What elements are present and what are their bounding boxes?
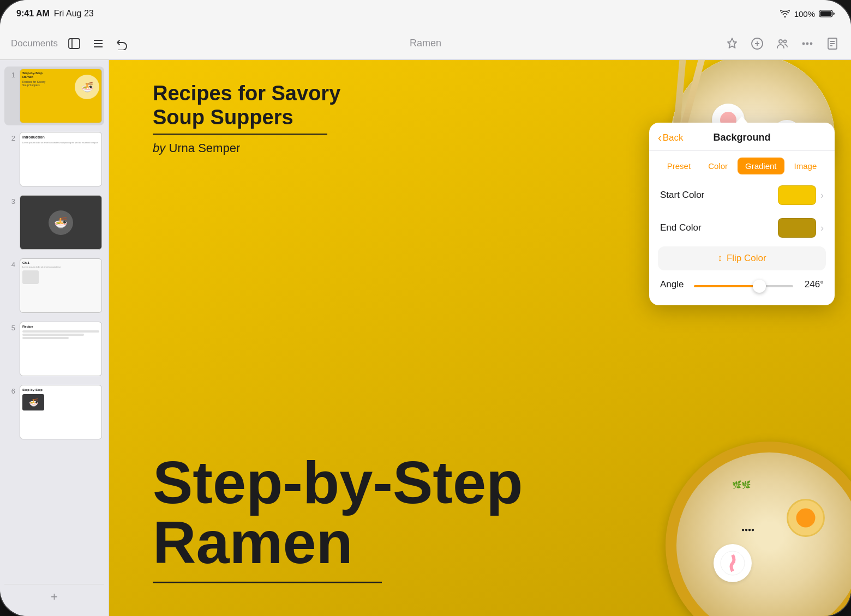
ipad-frame: 9:41 AM Fri Aug 23 100% [0, 0, 851, 616]
toolbar-right [570, 36, 840, 51]
start-color-row: Start Color › [649, 179, 835, 212]
slide-preview-4: Ch.1 Lorem ipsum dolor sit amet consecte… [20, 258, 102, 313]
start-color-swatch-container: › [778, 185, 824, 205]
collaborate-icon[interactable] [775, 36, 790, 51]
slide-number-6: 6 [7, 387, 15, 395]
toolbar-center: Ramen [290, 38, 561, 49]
documents-button[interactable]: Documents [11, 38, 58, 49]
author-by: by [153, 141, 165, 155]
status-icons: 100% [780, 9, 835, 19]
flip-color-button[interactable]: ↕ Flip Color [658, 246, 826, 270]
svg-point-12 [803, 43, 805, 44]
back-label: Back [663, 132, 684, 143]
slide-number-3: 3 [7, 197, 15, 206]
tab-color[interactable]: Color [700, 158, 735, 174]
background-popover: ‹ Back Background Preset Color Gradient … [649, 123, 835, 305]
recipe-title-area: Recipes for Savory Soup Suppers by Urna … [153, 82, 360, 155]
big-title-line2: Ramen [153, 512, 523, 572]
slide-number-1: 1 [7, 71, 15, 79]
status-bar: 9:41 AM Fri Aug 23 100% [0, 0, 851, 27]
slide-thumbnail-6[interactable]: 6 Step-by-Step 🍜 [4, 383, 104, 442]
canvas-bottom-line [153, 582, 382, 583]
title-divider [153, 134, 327, 135]
ipad-screen: 9:41 AM Fri Aug 23 100% [0, 0, 851, 616]
battery-percentage: 100% [794, 9, 815, 19]
main-content: 1 Step-by-StepRamen Recipes for SavorySo… [0, 60, 851, 616]
bottom-right-bowl-container: 🌿🌿 ●●●● [633, 376, 851, 616]
back-chevron-icon: ‹ [658, 131, 662, 144]
list-icon[interactable] [91, 36, 106, 51]
bottom-right-bowl: 🌿🌿 ●●●● [666, 442, 851, 616]
angle-row: Angle 246° [649, 275, 835, 294]
end-color-label: End Color [660, 222, 702, 233]
wifi-icon [780, 10, 790, 17]
angle-label: Angle [660, 279, 687, 290]
back-button[interactable]: ‹ Back [658, 131, 683, 144]
slide-preview-3: 🍜 [20, 195, 102, 250]
end-color-swatch-container: › [778, 218, 824, 238]
narutomaki-bottom [714, 544, 752, 582]
slide-thumbnail-5[interactable]: 5 Recipe [4, 319, 104, 378]
popover-header: ‹ Back Background [649, 123, 835, 151]
svg-point-13 [807, 43, 808, 44]
svg-point-10 [779, 40, 782, 43]
popover-title: Background [713, 132, 770, 143]
slide-thumbnail-2[interactable]: 2 Introduction Lorem ipsum dolor sit ame… [4, 130, 104, 189]
end-color-chevron: › [820, 222, 824, 234]
author-name: Urna Semper [169, 141, 240, 155]
end-color-row: End Color › [649, 212, 835, 244]
toolbar-left: Documents [11, 36, 281, 51]
bottom-right-bowl-art: 🌿🌿 ●●●● [676, 452, 851, 616]
big-title: Step-by-Step Ramen [153, 452, 523, 572]
angle-value: 246° [800, 279, 824, 290]
recipe-author: by Urna Semper [153, 141, 360, 155]
slide-thumbnail-1[interactable]: 1 Step-by-StepRamen Recipes for SavorySo… [4, 67, 104, 125]
slide-preview-5: Recipe [20, 322, 102, 376]
slide-preview-2: Introduction Lorem ipsum dolor sit amet … [20, 132, 102, 186]
status-date: Fri Aug 23 [54, 9, 94, 19]
start-color-label: Start Color [660, 190, 704, 201]
slide-number-2: 2 [7, 134, 15, 142]
add-slide-icon: + [51, 590, 58, 604]
popover-tabs: Preset Color Gradient Image [649, 151, 835, 179]
battery-icon [819, 10, 835, 17]
document-canvas[interactable]: ●●● [109, 60, 851, 616]
flip-color-label: Flip Color [727, 253, 766, 264]
slide-sidebar: 1 Step-by-StepRamen Recipes for SavorySo… [0, 60, 109, 616]
svg-rect-1 [820, 11, 832, 16]
document-title: Ramen [410, 38, 441, 49]
angle-slider[interactable] [694, 285, 793, 287]
slide-thumbnail-3[interactable]: 3 🍜 [4, 193, 104, 252]
end-color-swatch[interactable] [778, 218, 816, 238]
flip-color-icon: ↕ [717, 253, 722, 264]
start-color-swatch[interactable] [778, 185, 816, 205]
add-slide-button[interactable]: + [4, 584, 104, 609]
egg [787, 499, 825, 537]
tab-image[interactable]: Image [787, 158, 825, 174]
tab-gradient[interactable]: Gradient [738, 158, 784, 174]
slide-number-5: 5 [7, 324, 15, 332]
slide-preview-6: Step-by-Step 🍜 [20, 385, 102, 439]
undo-icon[interactable] [115, 36, 130, 51]
recipe-title: Recipes for Savory Soup Suppers [153, 82, 360, 129]
slide-preview-1: Step-by-StepRamen Recipes for SavorySoup… [20, 69, 102, 123]
status-time: 9:41 AM [16, 9, 50, 19]
pin-icon[interactable] [724, 36, 740, 51]
start-color-chevron: › [820, 190, 824, 201]
toolbar: Documents [0, 27, 851, 60]
big-title-line1: Step-by-Step [153, 452, 523, 512]
sesame-bottom: ●●●● [741, 527, 754, 533]
svg-rect-2 [69, 39, 80, 49]
slide-number-4: 4 [7, 261, 15, 269]
svg-point-14 [811, 43, 812, 44]
angle-slider-container [694, 280, 793, 289]
add-icon[interactable] [750, 36, 765, 51]
green-garnish: 🌿🌿 [732, 480, 751, 489]
tab-preset[interactable]: Preset [660, 158, 698, 174]
more-icon[interactable] [800, 36, 815, 51]
sidebar-toggle-icon[interactable] [67, 36, 82, 51]
svg-point-11 [784, 40, 787, 43]
slide-thumbnail-4[interactable]: 4 Ch.1 Lorem ipsum dolor sit amet consec… [4, 256, 104, 315]
document-icon[interactable] [825, 36, 840, 51]
